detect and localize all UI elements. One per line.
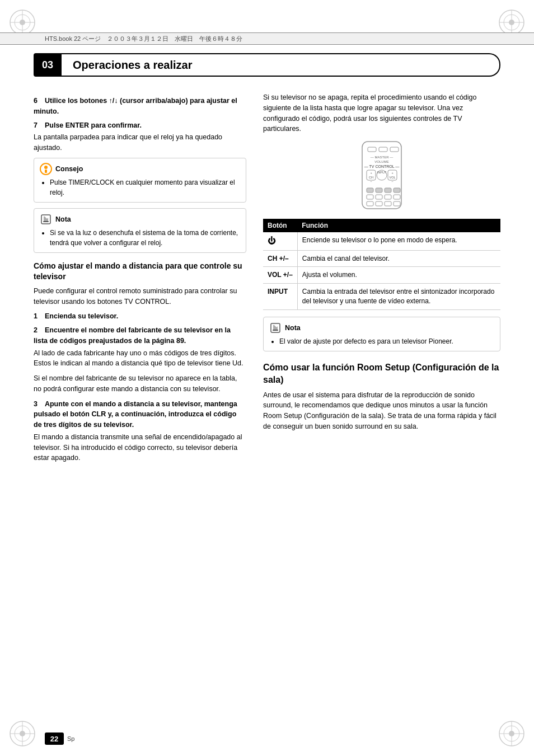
step7-body: La pantalla parpadea para indicar que el… — [34, 132, 246, 153]
nota1-icon — [40, 213, 52, 226]
svg-rect-47 — [376, 195, 382, 199]
nota1-title-row: Nota — [40, 213, 240, 226]
page-lang: Sp — [67, 735, 74, 742]
header-bar: HTS.book 22 ページ ２００３年３月１２日 水曜日 午後６時４８分 — [0, 32, 534, 45]
table-row: VOL +/– Ajusta el volumen. — [263, 267, 500, 284]
svg-rect-24 — [43, 221, 49, 222]
svg-rect-48 — [385, 195, 391, 199]
consejo-label: Consejo — [55, 165, 83, 173]
svg-text:— TV CONTROL —: — TV CONTROL — — [364, 165, 400, 168]
step3: 3 Apunte con el mando a distancia a su t… — [34, 399, 246, 430]
nota2-box: Nota El valor de ajuste por defecto es p… — [263, 317, 500, 351]
svg-rect-44 — [385, 188, 391, 192]
main-content: 6 Utilice los botones ↑/↓ (cursor arriba… — [34, 87, 500, 711]
svg-point-21 — [44, 166, 48, 169]
table-row: ⏻ Enciende su televisor o lo pone en mod… — [263, 232, 500, 250]
left-column: 6 Utilice los botones ↑/↓ (cursor arriba… — [34, 87, 246, 711]
subsection2-title: Cómo usar la función Room Setup (Configu… — [263, 361, 500, 387]
svg-text:+: + — [370, 171, 372, 175]
nota2-list: El valor de ajuste por defecto es para u… — [269, 336, 494, 346]
nota2-icon — [269, 322, 282, 334]
svg-rect-55 — [273, 330, 278, 331]
right-column: Si su televisor no se apaga, repita el p… — [263, 87, 500, 711]
svg-text:+: + — [391, 171, 393, 175]
page-number: 22 — [45, 732, 64, 745]
header-text: HTS.book 22 ページ ２００３年３月１２日 水曜日 午後６時４８分 — [45, 35, 242, 43]
svg-text:VOL: VOL — [389, 176, 395, 179]
step6-heading: 6 Utilice los botones ↑/↓ (cursor arriba… — [34, 96, 246, 117]
consejo-item: Pulse TIMER/CLOCK en cualquier momento p… — [50, 177, 240, 198]
table-cell-function: Cambia la entrada del televisor entre el… — [297, 284, 500, 310]
nota1-item: Si se va la luz o desenchufa el sistema … — [50, 228, 240, 248]
subsection1-body1: Puede configurar el control remoto sumin… — [34, 286, 246, 307]
svg-text:INPUT: INPUT — [377, 171, 387, 174]
step7-heading: 7 Pulse ENTER para confirmar. — [34, 120, 246, 131]
step2-body2: Si el nombre del fabricante de su televi… — [34, 373, 246, 395]
table-cell-button: INPUT — [263, 284, 297, 310]
subsection2-body: Antes de usar el sistema para disfrutar … — [263, 390, 500, 432]
nota2-label: Nota — [285, 324, 301, 332]
chapter-title: Operaciones a realizar — [62, 53, 500, 77]
svg-rect-43 — [376, 188, 382, 192]
step2: 2 Encuentre el nombre del fabricante de … — [34, 325, 246, 346]
consejo-title-row: Consejo — [40, 163, 240, 175]
tv-controls-table: Botón Función ⏻ Enciende su televisor o … — [263, 219, 500, 310]
nota1-box: Nota Si se va la luz o desenchufa el sis… — [34, 208, 246, 253]
nota1-label: Nota — [55, 215, 71, 223]
consejo-box: Consejo Pulse TIMER/CLOCK en cualquier m… — [34, 158, 246, 203]
svg-rect-27 — [379, 147, 387, 152]
table-row: INPUT Cambia la entrada del televisor en… — [263, 284, 500, 310]
table-header-function: Función — [297, 219, 500, 232]
nota2-title-row: Nota — [269, 322, 494, 334]
step1: 1 Encienda su televisor. — [34, 311, 246, 322]
svg-text:— MASTER —: — MASTER — — [371, 156, 393, 159]
table-cell-function: Enciende su televisor o lo pone en modo … — [297, 232, 500, 250]
page-footer: 22 Sp — [45, 732, 74, 745]
chapter-number: 03 — [34, 53, 62, 77]
remote-svg: — MASTER — VOLUME — TV CONTROL — + CH – … — [351, 139, 413, 212]
chapter-header: 03 Operaciones a realizar — [34, 53, 500, 77]
svg-rect-42 — [367, 188, 373, 192]
consejo-icon — [40, 163, 52, 175]
table-cell-function: Ajusta el volumen. — [297, 267, 500, 284]
svg-rect-28 — [390, 147, 399, 152]
svg-rect-52 — [385, 201, 391, 206]
svg-rect-49 — [394, 195, 400, 199]
table-cell-function: Cambia el canal del televisor. — [297, 250, 500, 267]
svg-text:VOLUME: VOLUME — [374, 160, 388, 163]
corner-decoration-bl — [6, 717, 39, 750]
svg-rect-53 — [394, 201, 400, 206]
table-row: CH +/– Cambia el canal del televisor. — [263, 250, 500, 267]
right-intro: Si su televisor no se apaga, repita el p… — [263, 92, 500, 134]
svg-rect-26 — [368, 147, 376, 152]
step3-body: El mando a distancia transmite una señal… — [34, 432, 246, 463]
corner-decoration-br — [495, 717, 528, 750]
table-cell-button: ⏻ — [263, 232, 297, 250]
svg-rect-22 — [45, 170, 47, 173]
nota1-list: Si se va la luz o desenchufa el sistema … — [40, 228, 240, 248]
svg-rect-45 — [394, 188, 400, 192]
table-cell-button: CH +/– — [263, 250, 297, 267]
consejo-list: Pulse TIMER/CLOCK en cualquier momento p… — [40, 177, 240, 198]
subsection1-title: Cómo ajustar el mando a distancia para q… — [34, 261, 246, 283]
nota2-item: El valor de ajuste por defecto es para u… — [279, 336, 494, 346]
table-header-button: Botón — [263, 219, 297, 232]
svg-rect-50 — [367, 201, 373, 206]
svg-rect-46 — [367, 195, 373, 199]
svg-text:CH: CH — [369, 176, 373, 179]
remote-illustration: — MASTER — VOLUME — TV CONTROL — + CH – … — [351, 139, 413, 213]
table-cell-button: VOL +/– — [263, 267, 297, 284]
step2-body: Al lado de cada fabricante hay uno o más… — [34, 348, 246, 369]
svg-rect-51 — [376, 201, 382, 206]
